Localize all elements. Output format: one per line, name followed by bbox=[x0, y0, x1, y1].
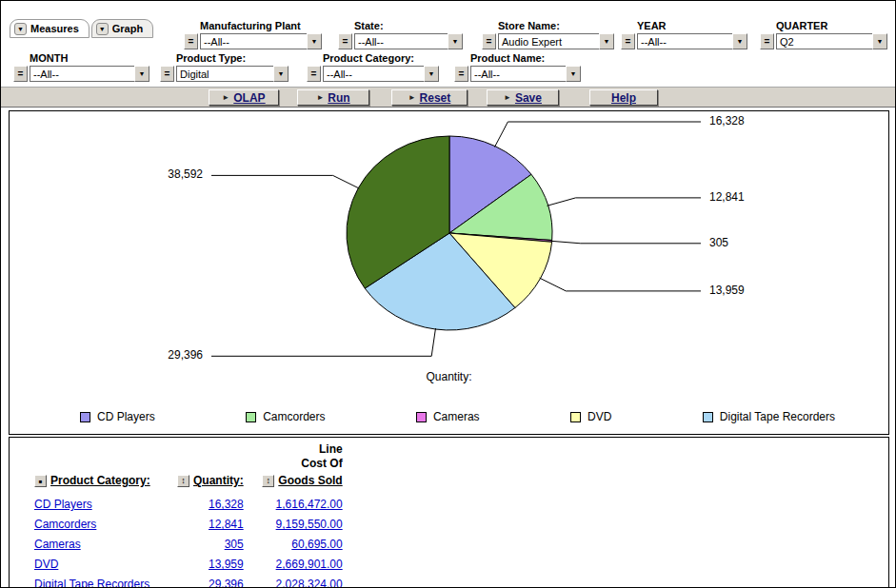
table-row: Cameras 305 60,695.00 bbox=[34, 535, 343, 555]
year-select[interactable]: --All-- bbox=[637, 33, 732, 49]
sort-icon[interactable]: ↕ bbox=[177, 475, 189, 487]
legend-label: Camcorders bbox=[263, 410, 325, 423]
legend-label: Cameras bbox=[433, 410, 480, 423]
category-link[interactable]: Cameras bbox=[34, 538, 81, 551]
legend-item: CD Players bbox=[80, 410, 155, 423]
cost-link[interactable]: 1,616,472.00 bbox=[276, 498, 343, 511]
filter-state: State: = --All-- ▼ bbox=[338, 20, 463, 49]
dropdown-arrow-icon[interactable]: ▼ bbox=[273, 66, 289, 82]
table-row: DVD 13,959 2,669,901.00 bbox=[34, 555, 343, 575]
quantity-link[interactable]: 12,841 bbox=[209, 518, 244, 531]
manufacturing-plant-select[interactable]: --All-- bbox=[200, 33, 307, 49]
dropdown-arrow-icon[interactable]: ▼ bbox=[732, 33, 747, 49]
category-link[interactable]: Camcorders bbox=[34, 518, 96, 531]
slice-labels-layer: 16,32812,84130513,95929,39638,592 bbox=[10, 111, 888, 434]
legend-label: DVD bbox=[587, 410, 611, 423]
column-header-quantity[interactable]: Quantity: bbox=[193, 474, 244, 487]
header-line-1: Line bbox=[244, 441, 343, 456]
tab-measures-label: Measures bbox=[30, 23, 79, 34]
equals-button[interactable]: = bbox=[13, 66, 28, 82]
slice-value-label: 13,959 bbox=[709, 284, 745, 297]
legend-item: Cameras bbox=[416, 410, 480, 423]
filter-label: YEAR bbox=[637, 20, 747, 31]
column-header-row: ■Product Category: ↕Quantity: ↕Goods Sol… bbox=[34, 470, 343, 495]
month-select[interactable]: --All-- bbox=[30, 66, 134, 82]
quarter-select[interactable]: Q2 bbox=[776, 33, 872, 49]
product-type-select[interactable]: Digital bbox=[176, 66, 273, 82]
save-button[interactable]: ► Save bbox=[487, 89, 559, 106]
button-arrow-icon: ► bbox=[222, 93, 229, 102]
equals-button[interactable]: = bbox=[621, 33, 635, 49]
category-link[interactable]: Digital Tape Recorders bbox=[34, 578, 149, 588]
dropdown-arrow-icon[interactable]: ▼ bbox=[134, 66, 149, 82]
quantity-link[interactable]: 305 bbox=[225, 538, 244, 551]
filter-product-category: Product Category: = --All-- ▼ bbox=[307, 52, 439, 82]
product-name-select[interactable]: --All-- bbox=[470, 66, 566, 82]
cost-link[interactable]: 9,159,550.00 bbox=[276, 518, 343, 531]
button-arrow-icon: ► bbox=[504, 93, 511, 102]
equals-button[interactable]: = bbox=[160, 66, 174, 82]
quantity-link[interactable]: 13,959 bbox=[209, 558, 244, 571]
filter-label: Product Type: bbox=[176, 52, 289, 64]
filter-label: State: bbox=[354, 20, 463, 31]
tab-graph[interactable]: ▼ Graph bbox=[91, 19, 153, 38]
run-button-label: Run bbox=[328, 91, 349, 105]
olap-report-window: ▼ Measures ▼ Graph Manufacturing Plant =… bbox=[0, 0, 896, 588]
dropdown-arrow-icon[interactable]: ▼ bbox=[448, 33, 463, 49]
button-arrow-icon: ► bbox=[316, 93, 324, 102]
product-category-select[interactable]: --All-- bbox=[323, 66, 424, 82]
reset-button[interactable]: ► Reset bbox=[391, 89, 468, 106]
equals-button[interactable]: = bbox=[454, 66, 468, 82]
equals-button[interactable]: = bbox=[760, 33, 774, 49]
header-line-row: Line bbox=[34, 441, 343, 456]
equals-button[interactable]: = bbox=[338, 33, 352, 49]
run-button[interactable]: ► Run bbox=[297, 89, 369, 106]
cost-link[interactable]: 2,028,324.00 bbox=[276, 578, 343, 588]
tab-graph-label: Graph bbox=[112, 23, 143, 34]
tab-measures[interactable]: ▼ Measures bbox=[10, 19, 90, 38]
dropdown-arrow-icon[interactable]: ▼ bbox=[599, 33, 614, 49]
reset-button-label: Reset bbox=[420, 91, 451, 105]
quantity-link[interactable]: 29,396 bbox=[209, 578, 244, 588]
cost-link[interactable]: 60,695.00 bbox=[291, 538, 342, 551]
legend-item: Digital Tape Recorders bbox=[703, 410, 835, 423]
filter-label: Manufacturing Plant bbox=[200, 20, 322, 31]
olap-button-label: OLAP bbox=[233, 91, 265, 105]
button-arrow-icon: ► bbox=[408, 93, 416, 102]
select-column-icon[interactable]: ■ bbox=[34, 475, 47, 487]
help-button[interactable]: Help bbox=[589, 89, 658, 106]
olap-button[interactable]: ► OLAP bbox=[209, 89, 279, 106]
legend-item: DVD bbox=[570, 410, 611, 423]
legend-swatch bbox=[416, 412, 427, 422]
pie-chart-panel: 16,32812,84130513,95929,39638,592 Quanti… bbox=[9, 110, 889, 435]
dropdown-arrow-icon[interactable]: ▼ bbox=[872, 33, 887, 49]
filter-label: MONTH bbox=[30, 52, 149, 64]
slice-value-label: 29,396 bbox=[168, 348, 203, 362]
header-line-2: Cost Of bbox=[244, 456, 343, 470]
equals-button[interactable]: = bbox=[184, 33, 198, 49]
report-table-panel: Line Cost Of ■Product Category: ↕Quantit… bbox=[9, 437, 889, 588]
filter-product-name: Product Name: = --All-- ▼ bbox=[454, 52, 581, 82]
chevron-down-icon[interactable]: ▼ bbox=[14, 23, 27, 35]
category-link[interactable]: CD Players bbox=[34, 498, 92, 511]
dropdown-arrow-icon[interactable]: ▼ bbox=[424, 66, 439, 82]
chevron-down-icon[interactable]: ▼ bbox=[96, 23, 109, 35]
chart-title: Quantity: bbox=[10, 370, 888, 383]
filter-quarter: QUARTER = Q2 ▼ bbox=[760, 20, 887, 49]
cost-link[interactable]: 2,669,901.00 bbox=[276, 558, 343, 571]
equals-button[interactable]: = bbox=[482, 33, 496, 49]
column-header-goods-sold[interactable]: Goods Sold bbox=[278, 474, 342, 487]
sort-icon[interactable]: ↕ bbox=[262, 475, 274, 487]
equals-button[interactable]: = bbox=[307, 66, 321, 82]
dropdown-arrow-icon[interactable]: ▼ bbox=[307, 33, 322, 49]
filter-header: ▼ Measures ▼ Graph Manufacturing Plant =… bbox=[1, 1, 895, 87]
category-link[interactable]: DVD bbox=[34, 558, 58, 571]
quantity-link[interactable]: 16,328 bbox=[209, 498, 244, 511]
legend-swatch bbox=[703, 412, 713, 422]
help-button-label: Help bbox=[611, 91, 636, 105]
store-name-select[interactable]: Audio Expert bbox=[498, 33, 599, 49]
legend-label: Digital Tape Recorders bbox=[720, 410, 835, 423]
dropdown-arrow-icon[interactable]: ▼ bbox=[566, 66, 581, 82]
state-select[interactable]: --All-- bbox=[354, 33, 448, 49]
column-header-product-category[interactable]: Product Category: bbox=[50, 474, 150, 487]
